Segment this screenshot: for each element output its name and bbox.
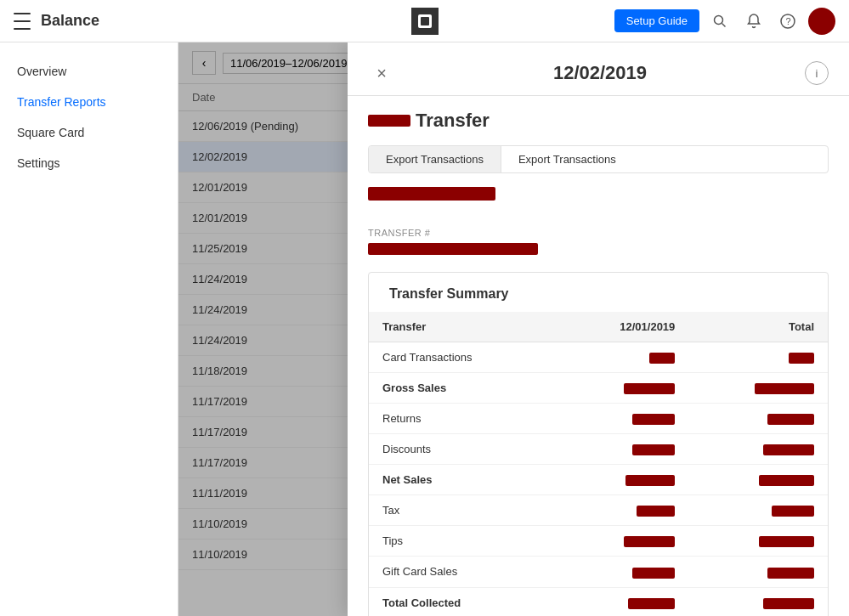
summary-col-total: Total	[688, 312, 828, 342]
summary-row-val2	[688, 557, 828, 587]
summary-row-label: Gross Sales	[369, 373, 557, 404]
setup-guide-button[interactable]: Setup Guide	[614, 9, 699, 32]
svg-text:?: ?	[786, 16, 791, 26]
modal-header: × 12/02/2019 i	[348, 42, 849, 96]
summary-row: Tax	[369, 495, 828, 526]
content-area: ‹ 11/06/2019–12/06/2019 ▾ › Date Type 12…	[178, 42, 849, 616]
export-tab-2[interactable]: Export Transactions	[501, 146, 633, 172]
summary-row-label: Returns	[369, 404, 557, 434]
summary-row: Tips	[369, 526, 828, 557]
summary-row-val1	[557, 373, 689, 404]
summary-row-val1	[557, 342, 689, 373]
nav-right-area: Setup Guide ?	[614, 8, 835, 35]
summary-row-val1	[557, 434, 689, 465]
summary-row-val1	[557, 495, 689, 526]
summary-row-val1	[557, 404, 689, 434]
summary-row-val2	[688, 495, 828, 526]
export-tab-1[interactable]: Export Transactions	[369, 146, 501, 172]
summary-row: Gross Sales	[369, 373, 828, 404]
sidebar-item-transfer-reports[interactable]: Transfer Reports	[0, 87, 178, 117]
transfer-type-badge: Transfer	[368, 110, 490, 132]
notifications-button[interactable]	[740, 8, 767, 35]
transfer-number-section: TRANSFER #	[348, 228, 849, 272]
summary-row-val2	[688, 404, 828, 434]
sidebar-item-settings[interactable]: Settings	[0, 148, 178, 178]
transfer-type-section: Transfer Export Transactions Export Tran…	[348, 96, 849, 228]
summary-row: Total Collected	[369, 587, 828, 616]
summary-row-val2	[688, 342, 828, 373]
summary-row: Returns	[369, 404, 828, 434]
summary-row: Card Transactions	[369, 342, 828, 373]
modal-info-button[interactable]: i	[805, 61, 829, 85]
summary-row: Gift Card Sales	[369, 557, 828, 587]
summary-row-label: Discounts	[369, 434, 557, 465]
square-logo	[411, 8, 439, 35]
transfer-summary-section: Transfer Summary Transfer 12/01/2019 Tot…	[368, 272, 829, 616]
sidebar-item-square-card[interactable]: Square Card	[0, 117, 178, 148]
top-nav: Balance Setup Guide ?	[0, 0, 849, 42]
modal-date-title: 12/02/2019	[553, 62, 647, 84]
main-layout: Overview Transfer Reports Square Card Se…	[0, 42, 849, 616]
sidebar: Overview Transfer Reports Square Card Se…	[0, 42, 178, 616]
summary-row-val1	[557, 526, 689, 557]
hamburger-icon[interactable]	[14, 13, 31, 30]
summary-row-label: Tax	[369, 495, 557, 526]
transfer-type-label: Transfer	[416, 110, 490, 132]
svg-line-3	[722, 23, 726, 26]
summary-row-val1	[557, 557, 689, 587]
summary-row-label: Total Collected	[369, 587, 557, 616]
transfer-amount-bar	[368, 187, 829, 204]
summary-row-val2	[688, 465, 828, 495]
summary-row-label: Gift Card Sales	[369, 557, 557, 587]
app-title: Balance	[41, 12, 614, 30]
svg-rect-1	[421, 17, 429, 25]
sidebar-item-overview[interactable]: Overview	[0, 56, 178, 87]
transfer-number-label: TRANSFER #	[368, 228, 829, 238]
export-tabs: Export Transactions Export Transactions	[368, 145, 829, 173]
summary-row-label: Card Transactions	[369, 342, 557, 373]
summary-row-val2	[688, 434, 828, 465]
summary-row-val2	[688, 587, 828, 616]
modal-close-button[interactable]: ×	[368, 59, 395, 87]
help-button[interactable]: ?	[774, 8, 801, 35]
summary-row-val1	[557, 465, 689, 495]
transfer-number-value	[368, 243, 538, 255]
search-button[interactable]	[706, 8, 733, 35]
summary-title: Transfer Summary	[369, 273, 828, 312]
transfer-detail-modal: × 12/02/2019 i Transfer Export Transacti…	[348, 42, 849, 616]
redacted-name	[368, 115, 410, 127]
summary-row-label: Tips	[369, 526, 557, 557]
summary-row: Net Sales	[369, 465, 828, 495]
summary-row-label: Net Sales	[369, 465, 557, 495]
summary-table: Transfer 12/01/2019 Total Card Transacti…	[369, 312, 828, 616]
svg-point-2	[715, 15, 723, 24]
avatar[interactable]	[808, 8, 835, 35]
summary-col-date: 12/01/2019	[557, 312, 689, 342]
summary-row-val2	[688, 526, 828, 557]
summary-col-transfer: Transfer	[369, 312, 557, 342]
summary-row-val2	[688, 373, 828, 404]
summary-row-val1	[557, 587, 689, 616]
summary-row: Discounts	[369, 434, 828, 465]
